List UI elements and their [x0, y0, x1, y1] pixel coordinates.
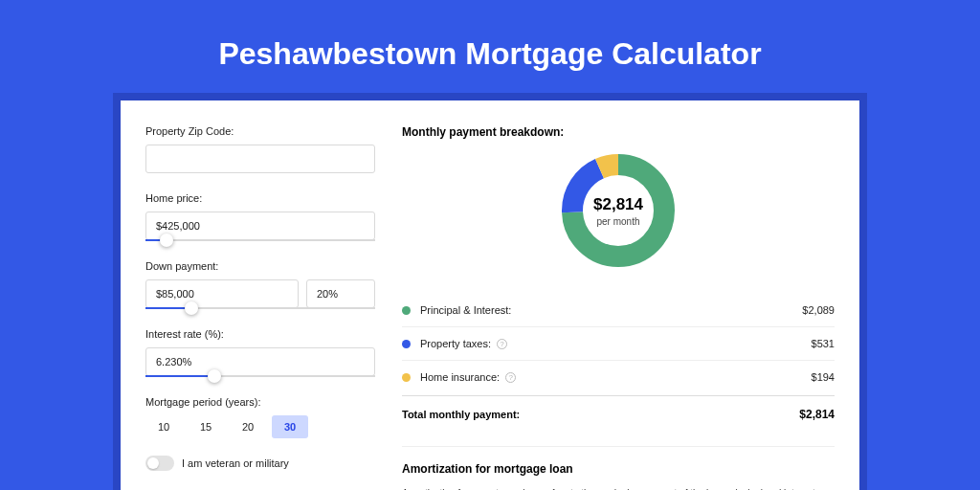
page-title: Peshawbestown Mortgage Calculator	[0, 36, 980, 72]
period-field: Mortgage period (years): 10 15 20 30	[145, 396, 375, 438]
rate-slider[interactable]	[145, 375, 375, 377]
rate-label: Interest rate (%):	[145, 328, 375, 340]
amortization-title: Amortization for mortgage loan	[402, 462, 835, 476]
period-btn-15[interactable]: 15	[188, 415, 224, 438]
veteran-label: I am veteran or military	[182, 457, 289, 469]
period-btn-20[interactable]: 20	[230, 415, 266, 438]
info-icon[interactable]: ?	[497, 339, 507, 349]
down-payment-pct-input[interactable]	[306, 279, 375, 308]
zip-label: Property Zip Code:	[145, 125, 375, 137]
down-payment-input[interactable]	[145, 279, 299, 308]
donut-sub: per month	[596, 216, 639, 227]
veteran-row: I am veteran or military	[145, 456, 375, 471]
period-button-group: 10 15 20 30	[145, 415, 375, 438]
veteran-toggle[interactable]	[145, 456, 174, 471]
donut-chart: $2,814 per month	[560, 152, 677, 269]
dot-icon	[402, 373, 411, 382]
total-row: Total monthly payment: $2,814	[402, 395, 835, 433]
home-price-label: Home price:	[145, 192, 375, 204]
home-price-slider[interactable]	[145, 239, 375, 241]
total-label: Total monthly payment:	[402, 409, 799, 420]
amortization-section: Amortization for mortgage loan Amortizat…	[402, 446, 835, 490]
donut-chart-wrap: $2,814 per month	[402, 152, 835, 269]
veteran-toggle-knob	[147, 457, 159, 469]
rate-slider-thumb[interactable]	[208, 369, 221, 383]
legend-value: $2,089	[802, 304, 835, 316]
period-btn-10[interactable]: 10	[145, 415, 182, 438]
legend-row-principal: Principal & Interest: $2,089	[402, 294, 835, 327]
legend-label: Principal & Interest:	[420, 304, 802, 316]
breakdown-title: Monthly payment breakdown:	[402, 125, 835, 139]
donut-amount: $2,814	[593, 195, 643, 214]
period-label: Mortgage period (years):	[145, 396, 375, 408]
form-column: Property Zip Code: Home price: Down paym…	[145, 125, 375, 490]
total-value: $2,814	[799, 408, 835, 421]
legend-value: $194	[812, 371, 835, 383]
home-price-input[interactable]	[145, 212, 375, 240]
legend-label: Home insurance:?	[420, 371, 812, 383]
rate-input[interactable]	[145, 347, 375, 376]
down-payment-slider[interactable]	[145, 307, 375, 309]
zip-field: Property Zip Code:	[145, 125, 375, 173]
rate-field: Interest rate (%):	[145, 328, 375, 377]
legend-value: $531	[812, 338, 835, 349]
legend-label: Property taxes:?	[420, 338, 812, 349]
results-column: Monthly payment breakdown: $2,814 per mo…	[402, 125, 835, 490]
info-icon[interactable]: ?	[505, 372, 516, 383]
panel-shadow: Property Zip Code: Home price: Down paym…	[113, 93, 867, 490]
legend-row-insurance: Home insurance:? $194	[402, 361, 835, 393]
home-price-field: Home price:	[145, 192, 375, 241]
legend-row-taxes: Property taxes:? $531	[402, 327, 835, 361]
down-payment-field: Down payment:	[145, 260, 375, 309]
home-price-slider-thumb[interactable]	[160, 234, 173, 247]
dot-icon	[402, 306, 411, 315]
calculator-panel: Property Zip Code: Home price: Down paym…	[121, 100, 859, 490]
dot-icon	[402, 340, 411, 348]
period-btn-30[interactable]: 30	[272, 415, 308, 438]
zip-input[interactable]	[145, 145, 375, 173]
down-payment-label: Down payment:	[145, 260, 375, 272]
down-payment-slider-thumb[interactable]	[185, 301, 198, 315]
